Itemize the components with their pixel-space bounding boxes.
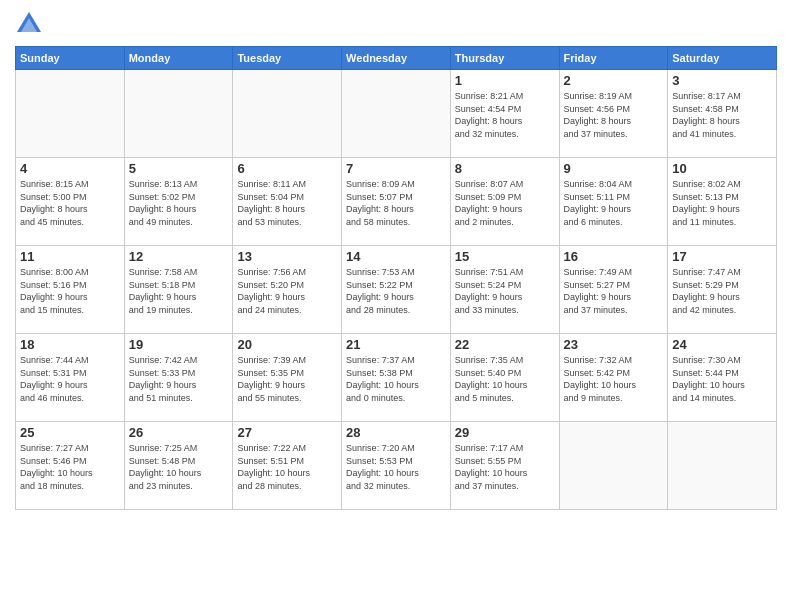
day-number: 29 <box>455 425 555 440</box>
day-info: Sunrise: 7:58 AM Sunset: 5:18 PM Dayligh… <box>129 266 229 316</box>
day-info: Sunrise: 8:04 AM Sunset: 5:11 PM Dayligh… <box>564 178 664 228</box>
calendar-cell: 8Sunrise: 8:07 AM Sunset: 5:09 PM Daylig… <box>450 158 559 246</box>
calendar-cell: 20Sunrise: 7:39 AM Sunset: 5:35 PM Dayli… <box>233 334 342 422</box>
calendar-cell <box>124 70 233 158</box>
day-number: 3 <box>672 73 772 88</box>
day-info: Sunrise: 7:56 AM Sunset: 5:20 PM Dayligh… <box>237 266 337 316</box>
calendar-cell: 22Sunrise: 7:35 AM Sunset: 5:40 PM Dayli… <box>450 334 559 422</box>
day-info: Sunrise: 7:20 AM Sunset: 5:53 PM Dayligh… <box>346 442 446 492</box>
logo-icon <box>15 10 43 38</box>
day-number: 4 <box>20 161 120 176</box>
calendar-cell: 27Sunrise: 7:22 AM Sunset: 5:51 PM Dayli… <box>233 422 342 510</box>
weekday-header-row: SundayMondayTuesdayWednesdayThursdayFrid… <box>16 47 777 70</box>
day-number: 19 <box>129 337 229 352</box>
day-info: Sunrise: 7:22 AM Sunset: 5:51 PM Dayligh… <box>237 442 337 492</box>
calendar-table: SundayMondayTuesdayWednesdayThursdayFrid… <box>15 46 777 510</box>
logo <box>15 10 47 38</box>
day-number: 20 <box>237 337 337 352</box>
day-info: Sunrise: 7:51 AM Sunset: 5:24 PM Dayligh… <box>455 266 555 316</box>
day-info: Sunrise: 7:49 AM Sunset: 5:27 PM Dayligh… <box>564 266 664 316</box>
day-number: 10 <box>672 161 772 176</box>
day-info: Sunrise: 7:53 AM Sunset: 5:22 PM Dayligh… <box>346 266 446 316</box>
calendar-cell: 14Sunrise: 7:53 AM Sunset: 5:22 PM Dayli… <box>342 246 451 334</box>
calendar-cell <box>16 70 125 158</box>
day-info: Sunrise: 8:13 AM Sunset: 5:02 PM Dayligh… <box>129 178 229 228</box>
day-number: 25 <box>20 425 120 440</box>
day-number: 17 <box>672 249 772 264</box>
day-info: Sunrise: 8:02 AM Sunset: 5:13 PM Dayligh… <box>672 178 772 228</box>
day-info: Sunrise: 8:15 AM Sunset: 5:00 PM Dayligh… <box>20 178 120 228</box>
calendar-cell: 12Sunrise: 7:58 AM Sunset: 5:18 PM Dayli… <box>124 246 233 334</box>
weekday-header-monday: Monday <box>124 47 233 70</box>
day-info: Sunrise: 7:42 AM Sunset: 5:33 PM Dayligh… <box>129 354 229 404</box>
calendar-cell <box>668 422 777 510</box>
day-number: 13 <box>237 249 337 264</box>
calendar-cell: 29Sunrise: 7:17 AM Sunset: 5:55 PM Dayli… <box>450 422 559 510</box>
day-info: Sunrise: 7:27 AM Sunset: 5:46 PM Dayligh… <box>20 442 120 492</box>
calendar-cell: 1Sunrise: 8:21 AM Sunset: 4:54 PM Daylig… <box>450 70 559 158</box>
day-number: 2 <box>564 73 664 88</box>
calendar-cell: 11Sunrise: 8:00 AM Sunset: 5:16 PM Dayli… <box>16 246 125 334</box>
day-number: 15 <box>455 249 555 264</box>
day-info: Sunrise: 8:09 AM Sunset: 5:07 PM Dayligh… <box>346 178 446 228</box>
calendar-cell: 23Sunrise: 7:32 AM Sunset: 5:42 PM Dayli… <box>559 334 668 422</box>
weekday-header-thursday: Thursday <box>450 47 559 70</box>
day-info: Sunrise: 7:35 AM Sunset: 5:40 PM Dayligh… <box>455 354 555 404</box>
calendar-cell: 6Sunrise: 8:11 AM Sunset: 5:04 PM Daylig… <box>233 158 342 246</box>
weekday-header-tuesday: Tuesday <box>233 47 342 70</box>
calendar-cell: 21Sunrise: 7:37 AM Sunset: 5:38 PM Dayli… <box>342 334 451 422</box>
day-info: Sunrise: 7:44 AM Sunset: 5:31 PM Dayligh… <box>20 354 120 404</box>
calendar-cell <box>559 422 668 510</box>
calendar-cell <box>233 70 342 158</box>
calendar-cell: 24Sunrise: 7:30 AM Sunset: 5:44 PM Dayli… <box>668 334 777 422</box>
day-number: 26 <box>129 425 229 440</box>
day-number: 22 <box>455 337 555 352</box>
calendar-cell: 25Sunrise: 7:27 AM Sunset: 5:46 PM Dayli… <box>16 422 125 510</box>
week-row-0: 1Sunrise: 8:21 AM Sunset: 4:54 PM Daylig… <box>16 70 777 158</box>
week-row-2: 11Sunrise: 8:00 AM Sunset: 5:16 PM Dayli… <box>16 246 777 334</box>
calendar-cell: 5Sunrise: 8:13 AM Sunset: 5:02 PM Daylig… <box>124 158 233 246</box>
calendar-cell: 7Sunrise: 8:09 AM Sunset: 5:07 PM Daylig… <box>342 158 451 246</box>
day-number: 12 <box>129 249 229 264</box>
week-row-4: 25Sunrise: 7:27 AM Sunset: 5:46 PM Dayli… <box>16 422 777 510</box>
day-number: 6 <box>237 161 337 176</box>
page: SundayMondayTuesdayWednesdayThursdayFrid… <box>0 0 792 612</box>
day-info: Sunrise: 8:17 AM Sunset: 4:58 PM Dayligh… <box>672 90 772 140</box>
day-number: 16 <box>564 249 664 264</box>
day-info: Sunrise: 7:17 AM Sunset: 5:55 PM Dayligh… <box>455 442 555 492</box>
calendar-cell <box>342 70 451 158</box>
calendar-cell: 28Sunrise: 7:20 AM Sunset: 5:53 PM Dayli… <box>342 422 451 510</box>
day-info: Sunrise: 7:47 AM Sunset: 5:29 PM Dayligh… <box>672 266 772 316</box>
day-number: 21 <box>346 337 446 352</box>
calendar-cell: 17Sunrise: 7:47 AM Sunset: 5:29 PM Dayli… <box>668 246 777 334</box>
day-number: 14 <box>346 249 446 264</box>
day-number: 23 <box>564 337 664 352</box>
day-number: 5 <box>129 161 229 176</box>
day-number: 11 <box>20 249 120 264</box>
calendar-cell: 18Sunrise: 7:44 AM Sunset: 5:31 PM Dayli… <box>16 334 125 422</box>
day-info: Sunrise: 7:39 AM Sunset: 5:35 PM Dayligh… <box>237 354 337 404</box>
day-info: Sunrise: 8:11 AM Sunset: 5:04 PM Dayligh… <box>237 178 337 228</box>
calendar-cell: 26Sunrise: 7:25 AM Sunset: 5:48 PM Dayli… <box>124 422 233 510</box>
weekday-header-wednesday: Wednesday <box>342 47 451 70</box>
day-number: 28 <box>346 425 446 440</box>
day-number: 18 <box>20 337 120 352</box>
header <box>15 10 777 38</box>
week-row-1: 4Sunrise: 8:15 AM Sunset: 5:00 PM Daylig… <box>16 158 777 246</box>
day-number: 24 <box>672 337 772 352</box>
calendar-cell: 13Sunrise: 7:56 AM Sunset: 5:20 PM Dayli… <box>233 246 342 334</box>
day-number: 9 <box>564 161 664 176</box>
calendar-cell: 19Sunrise: 7:42 AM Sunset: 5:33 PM Dayli… <box>124 334 233 422</box>
weekday-header-saturday: Saturday <box>668 47 777 70</box>
day-number: 1 <box>455 73 555 88</box>
day-info: Sunrise: 8:00 AM Sunset: 5:16 PM Dayligh… <box>20 266 120 316</box>
calendar-cell: 15Sunrise: 7:51 AM Sunset: 5:24 PM Dayli… <box>450 246 559 334</box>
day-info: Sunrise: 8:19 AM Sunset: 4:56 PM Dayligh… <box>564 90 664 140</box>
calendar-cell: 16Sunrise: 7:49 AM Sunset: 5:27 PM Dayli… <box>559 246 668 334</box>
day-info: Sunrise: 8:07 AM Sunset: 5:09 PM Dayligh… <box>455 178 555 228</box>
day-info: Sunrise: 7:25 AM Sunset: 5:48 PM Dayligh… <box>129 442 229 492</box>
day-info: Sunrise: 7:37 AM Sunset: 5:38 PM Dayligh… <box>346 354 446 404</box>
calendar-cell: 9Sunrise: 8:04 AM Sunset: 5:11 PM Daylig… <box>559 158 668 246</box>
day-number: 27 <box>237 425 337 440</box>
calendar-cell: 2Sunrise: 8:19 AM Sunset: 4:56 PM Daylig… <box>559 70 668 158</box>
